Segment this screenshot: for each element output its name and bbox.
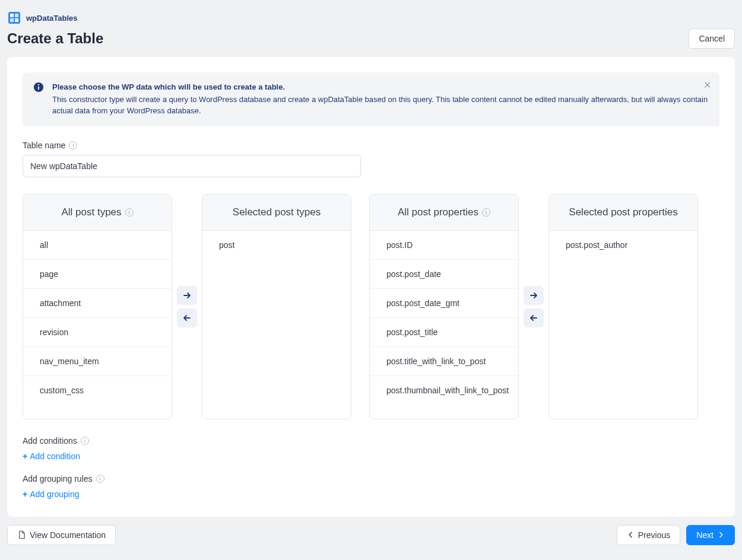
add-condition-button[interactable]: + Add condition bbox=[23, 449, 80, 463]
info-alert: Please choose the WP data which will be … bbox=[23, 72, 719, 126]
list-item[interactable]: nav_menu_item bbox=[23, 347, 172, 376]
add-conditions-label: Add conditions i bbox=[23, 436, 719, 446]
list-item[interactable]: post.post_author bbox=[549, 231, 697, 259]
brand-row: wpDataTables bbox=[0, 0, 742, 28]
list-item[interactable]: custom_css bbox=[23, 376, 172, 405]
post-properties-arrow-column bbox=[519, 194, 548, 419]
info-icon[interactable]: i bbox=[482, 208, 490, 217]
picker-title: Selected post properties bbox=[569, 206, 677, 218]
table-name-input[interactable] bbox=[23, 155, 361, 177]
previous-button[interactable]: Previous bbox=[617, 525, 680, 545]
table-name-label: Table name i bbox=[23, 141, 719, 150]
view-documentation-label: View Documentation bbox=[30, 530, 106, 540]
svg-rect-3 bbox=[10, 18, 14, 22]
arrow-left-icon bbox=[529, 313, 538, 323]
list-item[interactable]: post.thumbnail_with_link_to_post bbox=[370, 376, 518, 405]
next-label: Next bbox=[696, 530, 714, 540]
alert-text: This constructor type will create a quer… bbox=[52, 95, 708, 115]
picker-row: All post types i allpageattachmentrevisi… bbox=[23, 194, 719, 419]
all-post-types-picker: All post types i allpageattachmentrevisi… bbox=[23, 194, 172, 419]
picker-title: All post types bbox=[61, 206, 121, 218]
info-icon[interactable]: i bbox=[96, 475, 104, 483]
move-left-button[interactable] bbox=[524, 308, 544, 327]
chevron-right-icon bbox=[717, 531, 725, 539]
footer-row: View Documentation Previous Next bbox=[0, 525, 742, 556]
add-conditions-label-text: Add conditions bbox=[23, 436, 77, 446]
svg-rect-4 bbox=[15, 18, 18, 22]
add-grouping-button[interactable]: + Add grouping bbox=[23, 487, 79, 501]
add-grouping-label: Add grouping rules i bbox=[23, 474, 719, 483]
add-grouping-label-text: Add grouping rules bbox=[23, 474, 93, 483]
alert-body: Please choose the WP data which will be … bbox=[52, 82, 709, 117]
list-item[interactable]: page bbox=[23, 260, 172, 289]
post-types-arrow-column bbox=[172, 194, 202, 419]
list-item[interactable]: post.post_date bbox=[370, 260, 518, 289]
picker-spacer bbox=[351, 194, 369, 419]
svg-point-7 bbox=[38, 84, 39, 85]
svg-rect-1 bbox=[10, 14, 14, 17]
arrow-left-icon bbox=[182, 313, 192, 323]
main-card: Please choose the WP data which will be … bbox=[7, 57, 735, 517]
table-name-field-group: Table name i bbox=[23, 141, 719, 177]
picker-list[interactable]: allpageattachmentrevisionnav_menu_itemcu… bbox=[23, 231, 172, 419]
previous-label: Previous bbox=[638, 530, 670, 540]
picker-list[interactable]: post.post_author bbox=[549, 231, 697, 419]
move-right-button[interactable] bbox=[177, 286, 197, 305]
picker-title: All post properties bbox=[398, 206, 478, 218]
plus-icon: + bbox=[23, 489, 27, 499]
title-row: Create a Table Cancel bbox=[0, 28, 742, 57]
view-documentation-button[interactable]: View Documentation bbox=[7, 525, 116, 545]
all-post-properties-picker: All post properties i post.IDpost.post_d… bbox=[369, 194, 519, 419]
table-name-label-text: Table name bbox=[23, 141, 65, 150]
add-grouping-label-text: Add grouping bbox=[30, 489, 79, 499]
picker-title: Selected post types bbox=[233, 206, 321, 218]
arrow-right-icon bbox=[182, 291, 192, 300]
document-icon bbox=[17, 530, 26, 539]
info-icon[interactable]: i bbox=[81, 437, 89, 445]
list-item[interactable]: post.post_date_gmt bbox=[370, 289, 518, 318]
move-left-button[interactable] bbox=[177, 308, 197, 327]
move-right-button[interactable] bbox=[524, 286, 544, 305]
next-button[interactable]: Next bbox=[686, 525, 735, 545]
cancel-button[interactable]: Cancel bbox=[689, 28, 735, 49]
chevron-left-icon bbox=[627, 531, 635, 539]
alert-title: Please choose the WP data which will be … bbox=[52, 82, 709, 93]
list-item[interactable]: post.ID bbox=[370, 231, 518, 260]
add-condition-label: Add condition bbox=[30, 451, 80, 461]
selected-post-types-picker: Selected post types post bbox=[202, 194, 351, 419]
list-item[interactable]: revision bbox=[23, 318, 172, 347]
footer-nav: Previous Next bbox=[617, 525, 735, 545]
arrow-right-icon bbox=[529, 291, 538, 300]
picker-list[interactable]: post.IDpost.post_datepost.post_date_gmtp… bbox=[370, 231, 518, 419]
selected-post-properties-picker: Selected post properties post.post_autho… bbox=[548, 194, 698, 419]
close-icon[interactable]: ✕ bbox=[703, 81, 711, 90]
add-grouping-section: Add grouping rules i + Add grouping bbox=[23, 474, 719, 501]
info-icon bbox=[33, 82, 44, 93]
picker-header: All post properties i bbox=[370, 195, 518, 231]
picker-header: All post types i bbox=[23, 195, 172, 231]
plus-icon: + bbox=[23, 451, 27, 461]
info-icon[interactable]: i bbox=[125, 208, 134, 217]
picker-list[interactable]: post bbox=[202, 231, 351, 419]
svg-rect-6 bbox=[38, 87, 39, 90]
brand-logo bbox=[7, 11, 21, 25]
picker-header: Selected post properties bbox=[549, 195, 697, 231]
list-item[interactable]: post.title_with_link_to_post bbox=[370, 347, 518, 376]
list-item[interactable]: attachment bbox=[23, 289, 172, 318]
list-item[interactable]: post bbox=[202, 231, 351, 259]
page-title: Create a Table bbox=[7, 30, 103, 47]
info-icon[interactable]: i bbox=[69, 141, 77, 149]
list-item[interactable]: all bbox=[23, 231, 172, 260]
add-conditions-section: Add conditions i + Add condition bbox=[23, 436, 719, 463]
list-item[interactable]: post.post_title bbox=[370, 318, 518, 347]
picker-header: Selected post types bbox=[202, 195, 351, 231]
brand-name: wpDataTables bbox=[26, 14, 77, 23]
svg-rect-2 bbox=[15, 14, 18, 17]
